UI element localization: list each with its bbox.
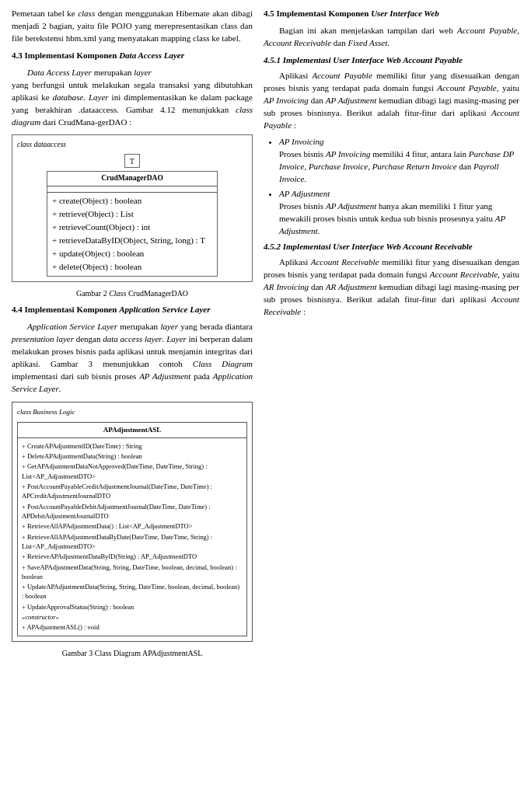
section-44-class-italic: Class Diagram <box>193 359 253 368</box>
section-44-text6: implementasi dari sub bisnis proses <box>12 371 139 381</box>
bullet1-inv-italic: Purchase Invoice <box>309 162 368 171</box>
section-43-paragraph: Data Access Layer merupakan layer yang b… <box>12 67 253 129</box>
bullet-1: AP Invoicing Proses bisnis AP Invoicing … <box>279 136 519 186</box>
right-column: 4.5 Implementasi Komponen User Interface… <box>264 8 519 664</box>
section-451-colon: : <box>292 120 296 130</box>
uml-method-4-text: + update(Object) : boolean <box>52 248 144 260</box>
uml-dataaccess-outer-label: class dataaccess <box>17 140 247 151</box>
section-451-text3: , yaitu <box>497 83 519 92</box>
uml-method-2: + retrieveCount(Object) : int <box>52 221 212 234</box>
section-44-data-italic: data access layer <box>103 334 162 343</box>
uml-biz-method-1: + DeleteAPAdjustmentData(String) : boole… <box>22 451 243 461</box>
figure2-caption: Gambar 2 Class CrudManagerDAO <box>12 288 253 300</box>
section-45-ar-italic: Account Receivable <box>264 38 331 47</box>
uml-crud-empty-section <box>47 186 217 193</box>
section-452-dan: dan <box>309 282 326 291</box>
section-45-bold: 4.5 Implementasi Komponen <box>264 9 371 18</box>
section-44-bold: 4.4 Implementasi Komponen <box>12 305 119 314</box>
section-451-apinv-italic: AP Invoicing <box>264 96 309 105</box>
uml-biz-method-11: «constructor» <box>22 612 243 622</box>
section-43-dal-italic: Data Access Layer <box>27 68 92 77</box>
uml-method-3: + retrieveDataByID(Object, String, long)… <box>52 235 212 247</box>
section-44-layer-italic: layer <box>160 322 178 331</box>
section-43-text3: . <box>83 92 89 102</box>
section-45-ap-italic: Account Payable <box>457 26 517 35</box>
left-column: Pemetaan tabel ke class dengan menggunak… <box>12 8 253 664</box>
uml-business-outer-label: class Business Logic <box>17 407 247 417</box>
bullet1-title: AP Invoicing <box>279 137 324 146</box>
uml-biz-method-0: + CreateAPAdjustmentID(DateTime) : Strin… <box>22 441 243 451</box>
section-43-bold-title: 4.3 Implementasi Komponen <box>12 51 119 60</box>
uml-method-4: + update(Object) : boolean <box>52 248 212 260</box>
section-44-text2: yang berada diantara <box>178 322 253 331</box>
bullet2-title: AP Adjustment <box>279 189 330 198</box>
uml-t-box: T <box>124 154 140 168</box>
bullet1-italic: AP Invoicing <box>326 149 371 159</box>
section-43-text5: dari CrudMana-gerDAO : <box>40 117 131 127</box>
uml-method-5-text: + delete(Object) : boolean <box>52 261 141 274</box>
section-44-italic: Application Service Layer <box>119 305 210 314</box>
figure2-rest: CrudManagerDAO <box>126 289 188 298</box>
section-45-comma: , <box>517 26 519 35</box>
bullet2-text1: Proses bisnis <box>279 201 326 211</box>
uml-method-0: + create(Object) : boolean <box>52 195 212 207</box>
section-44-asl-italic: Application Service Layer <box>27 322 117 331</box>
section-451-paragraph: Aplikasi Account Payable memiliki fitur … <box>264 70 519 132</box>
uml-method-1: + retrieve(Object) : List <box>52 208 212 221</box>
figure3-text: Gambar 3 Class Diagram APAdjustmentASL <box>62 649 203 657</box>
uml-biz-method-5: + RetrieveAllAPAdjustmentData() : List<A… <box>22 521 243 531</box>
uml-dataaccess-inner: T CrudManagerDAO + create(Object) : bool… <box>17 154 247 276</box>
section-45-dan: dan <box>331 38 348 47</box>
uml-biz-method-8: + SaveAPAdjustmentData(String, String, D… <box>22 563 243 582</box>
section-452-arinv-italic: AR Invoicing <box>264 282 309 291</box>
uml-biz-method-12: + APAdjustmentASL() : void <box>22 622 243 632</box>
bullet1-text1: Proses bisnis <box>279 149 326 159</box>
section-452-text1: Aplikasi <box>279 257 311 267</box>
uml-crud-methods: + create(Object) : boolean + retrieve(Ob… <box>47 193 217 276</box>
section-44-text1: merupakan <box>117 322 160 331</box>
uml-method-3-text: + retrieveDataByID(Object, String, long)… <box>52 235 205 247</box>
intro-class-italic: class <box>78 9 95 18</box>
uml-biz-method-2: + GetAPAdjustmentDataNotApproved(DateTim… <box>22 462 243 481</box>
section-452-paragraph: Aplikasi Account Receivable memiliki fit… <box>264 256 519 319</box>
uml-method-1-text: + retrieve(Object) : List <box>52 208 134 221</box>
uml-biz-method-7: + RetrieveAPAdjustmentDataByID(String) :… <box>22 552 243 561</box>
section-45-fa-italic: Fixed Asset <box>348 38 387 47</box>
bullet1-ret-italic: Purchase Return Invoice <box>372 162 457 171</box>
section-44-text3: dengan <box>74 334 103 343</box>
uml-crud-title: CrudManagerDAO <box>47 172 217 186</box>
uml-business-title: APAdjustmentASL <box>18 423 246 438</box>
section-452-colon: : <box>301 307 306 316</box>
section-452-text3: , yaitu <box>498 270 519 279</box>
uml-business-inner: APAdjustmentASL + CreateAPAdjustmentID(D… <box>17 422 247 636</box>
section-45-title: 4.5 Implementasi Komponen User Interface… <box>264 8 519 20</box>
section-45-dot: . <box>387 38 390 47</box>
section-43-title: 4.3 Implementasi Komponen Data Access La… <box>12 50 253 62</box>
section-44-text7: pada <box>190 371 212 381</box>
figure3-caption: Gambar 3 Class Diagram APAdjustmentASL <box>12 648 253 660</box>
section-452-ar2-italic: Account Receivable <box>430 270 498 279</box>
uml-business-methods: + CreateAPAdjustmentID(DateTime) : Strin… <box>18 438 246 636</box>
section-43-layer2-italic: Layer <box>89 92 109 102</box>
uml-biz-method-3: + PostAccountPayableCreditAdjustmentJour… <box>22 482 243 501</box>
section-44-text8: . <box>59 384 61 393</box>
section-44-ap-italic: AP Adjustment <box>139 371 190 381</box>
section-45-italic: User Interface Web <box>371 9 439 18</box>
uml-method-5: + delete(Object) : boolean <box>52 261 212 274</box>
section-451-ap-italic: Account Payable <box>313 71 372 80</box>
section-44-title: 4.4 Implementasi Komponen Application Se… <box>12 304 253 316</box>
bullet1-text2: memiliki 4 fitur, antara lain <box>370 149 468 159</box>
section-45-text1: Bagian ini akan menjelaskan tampilan dar… <box>279 26 457 35</box>
section-452-ar-italic: Account Receivable <box>311 257 379 267</box>
section-44-presentation-italic: presentation layer <box>12 334 74 343</box>
uml-biz-method-9: + UpdateAPAdjustmentData(String, String,… <box>22 582 243 601</box>
section-452-aradj-italic: AR Adjustment <box>326 282 377 291</box>
bullet-2: AP Adjustment Proses bisnis AP Adjustmen… <box>279 188 519 238</box>
figure2-text: Gambar 2 <box>76 289 109 298</box>
section-44-paragraph: Application Service Layer merupakan laye… <box>12 321 253 396</box>
bullet2-italic: AP Adjustment <box>326 201 376 211</box>
figure2-italic: Class <box>109 289 126 298</box>
section-451-text1: Aplikasi <box>279 71 313 80</box>
bullet1-dan: dan <box>457 162 473 171</box>
uml-crud-class: CrudManagerDAO + create(Object) : boolea… <box>47 171 218 276</box>
